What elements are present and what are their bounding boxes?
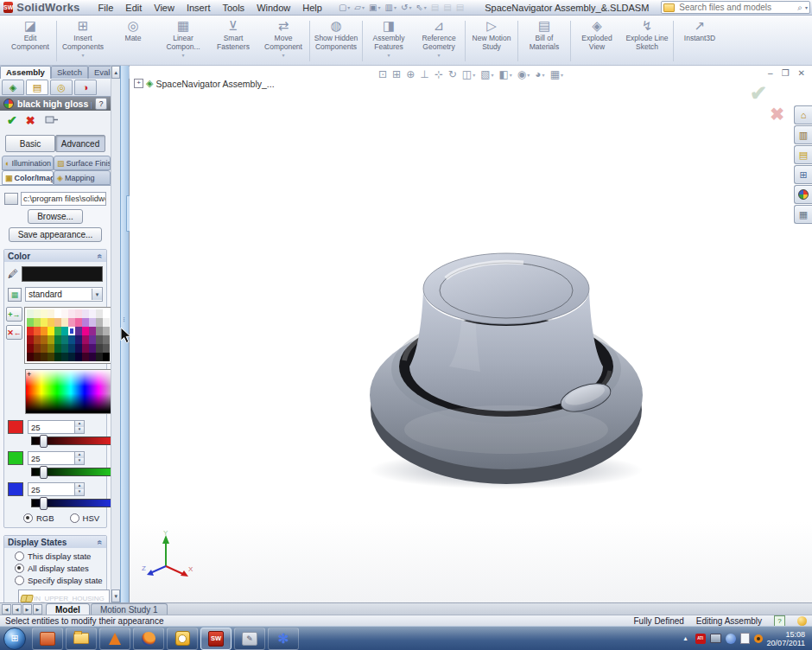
palette-swatch[interactable] (82, 335, 89, 344)
search-input[interactable] (677, 2, 795, 13)
green-slider[interactable] (31, 468, 111, 476)
ribbon-bill-of-materials-button[interactable]: ▤Bill of Materials (519, 17, 569, 65)
palette-swatch[interactable] (68, 353, 75, 361)
palette-swatch[interactable] (96, 318, 103, 327)
display-states-list[interactable]: IN_UPPER_HOUSING<Default>_Display S (18, 589, 110, 602)
appearances-button[interactable]: ◕▾ (535, 68, 544, 80)
tray-ati-icon[interactable]: ATI (695, 634, 706, 644)
cancel-button[interactable]: ✖ (26, 114, 35, 127)
green-value-spinner[interactable]: 25▲▼ (28, 451, 85, 465)
palette-swatch[interactable] (89, 327, 96, 335)
tab-motion-study-1[interactable]: Motion Study 1 (91, 603, 168, 615)
list-item[interactable]: IN_UPPER_HOUSING (21, 592, 107, 602)
palette-swatch[interactable] (89, 309, 96, 318)
palette-mode-select[interactable]: standard ▼ (25, 287, 103, 302)
pan-button[interactable]: ⊹ (435, 68, 443, 80)
palette-swatch[interactable] (89, 318, 96, 327)
palette-swatch[interactable] (48, 309, 54, 318)
zoom-to-fit-button[interactable]: ⊡ (378, 68, 387, 80)
palette-swatch[interactable] (27, 318, 34, 327)
blue-slider[interactable] (31, 499, 111, 507)
menu-insert[interactable]: Insert (181, 2, 217, 14)
display-states-header[interactable]: Display States « (4, 536, 106, 548)
palette-swatch[interactable] (48, 353, 54, 361)
undo-button[interactable]: ↺▾ (399, 3, 413, 12)
feature-tree-root[interactable]: + ◈ SpaceNavigator Assembly_... (134, 78, 275, 89)
confirm-cancel-icon[interactable]: ✖ (770, 104, 784, 124)
red-slider[interactable] (31, 437, 111, 445)
hide-show-items-button[interactable]: ◉▾ (517, 68, 530, 80)
palette-swatch[interactable] (41, 344, 48, 353)
palette-swatch[interactable] (68, 327, 75, 335)
configuration-manager-tab[interactable]: ◎ (50, 80, 73, 95)
palette-swatch[interactable] (61, 327, 68, 335)
tab-illumination[interactable]: ◐Illumination (2, 156, 54, 170)
palette-swatch[interactable] (96, 309, 103, 318)
dropdown-icon[interactable]: ▾ (81, 52, 84, 58)
dropdown-icon[interactable]: ▾ (542, 72, 545, 78)
texture-path-field[interactable]: c:\program files\solidwork (21, 192, 106, 206)
search-icon[interactable]: ⌕ (797, 3, 802, 13)
palette-swatch[interactable] (103, 309, 110, 318)
current-color-swatch[interactable] (22, 266, 103, 282)
palette-swatch[interactable] (103, 335, 110, 344)
collapse-icon[interactable]: « (96, 253, 105, 258)
panel-scrollbar[interactable]: ▲ ▼ (111, 66, 120, 602)
dropdown-icon[interactable]: ▾ (424, 4, 427, 10)
palette-swatch[interactable] (82, 309, 89, 318)
dropdown-icon[interactable]: ▾ (409, 4, 411, 10)
hsv-radio[interactable]: HSV (70, 513, 100, 523)
open-button[interactable]: ▱▾ (352, 3, 366, 12)
palette-swatch[interactable] (34, 335, 41, 344)
dropdown-icon[interactable]: ▾ (387, 52, 390, 58)
view-palette-tab[interactable]: ⊞ (794, 165, 812, 184)
palette-swatch[interactable] (89, 344, 96, 353)
palette-swatch[interactable] (34, 318, 41, 327)
pin-icon[interactable] (44, 115, 58, 125)
palette-swatch[interactable] (34, 353, 41, 361)
scene-button[interactable]: ▦▾ (550, 68, 563, 80)
spacenavigator-3d-model[interactable] (359, 218, 653, 503)
menu-tools[interactable]: Tools (216, 2, 251, 14)
spinner-arrows[interactable]: ▲▼ (74, 421, 84, 433)
tray-bluetooth-icon[interactable] (726, 634, 736, 644)
dropdown-icon[interactable]: ▾ (491, 72, 493, 78)
palette-swatch[interactable] (54, 309, 61, 318)
ribbon-linear-component-pattern-button[interactable]: ▦Linear Compon...▾ (158, 17, 208, 65)
ribbon-instant3d-button[interactable]: ↗Instant3D (675, 17, 725, 65)
tray-power-icon[interactable] (754, 634, 763, 643)
dropdown-icon[interactable]: ▾ (378, 4, 381, 10)
palette-swatch[interactable] (54, 327, 61, 335)
quick-tips-icon[interactable]: ? (774, 615, 785, 627)
select-button[interactable]: ⇖▾ (414, 3, 428, 12)
palette-swatch[interactable] (41, 318, 48, 327)
file-explorer-taskbar-button[interactable] (66, 628, 97, 650)
tray-expand-icon[interactable]: ▴ (681, 634, 691, 644)
palette-swatch[interactable] (96, 327, 103, 335)
powerpoint-taskbar-button[interactable] (32, 628, 63, 650)
color-group-header[interactable]: Color « (4, 250, 106, 262)
display-style-button[interactable]: ◧▾ (499, 68, 512, 80)
ok-button[interactable]: ✔ (7, 113, 17, 127)
dropdown-icon[interactable]: ▾ (181, 52, 184, 58)
down-icon[interactable]: ▼ (75, 427, 84, 433)
up-icon[interactable]: ▲ (75, 483, 84, 489)
radio-all-display-states[interactable]: All display states (15, 564, 106, 573)
section-view-button[interactable]: ◫▾ (462, 68, 475, 80)
eyedropper-icon[interactable]: 🖉 (8, 268, 18, 280)
palette-swatch[interactable] (68, 344, 75, 353)
custom-properties-tab[interactable]: ▦ (794, 205, 812, 224)
dropdown-icon[interactable]: ▾ (561, 72, 563, 78)
rgb-radio[interactable]: RGB (23, 513, 54, 523)
feature-manager-tab[interactable]: ◈ (2, 80, 24, 95)
ribbon-smart-fasteners-button[interactable]: ⊻Smart Fasteners (208, 17, 258, 65)
taskbar-clock[interactable]: 15:08 20/07/2011 (767, 630, 805, 647)
palette-swatch[interactable] (61, 309, 68, 318)
remove-swatch-button[interactable]: ✕← (6, 325, 22, 340)
dropdown-icon[interactable]: ▾ (394, 4, 396, 10)
tab-scroll-buttons[interactable]: ◀◀▶▶ (2, 604, 42, 615)
start-button[interactable]: ⊞ (3, 628, 26, 650)
palette-swatch[interactable] (61, 318, 68, 327)
ribbon-edit-component-button[interactable]: ◪Edit Component (5, 17, 55, 65)
save-appearance-button[interactable]: Save appearance... (9, 227, 103, 242)
